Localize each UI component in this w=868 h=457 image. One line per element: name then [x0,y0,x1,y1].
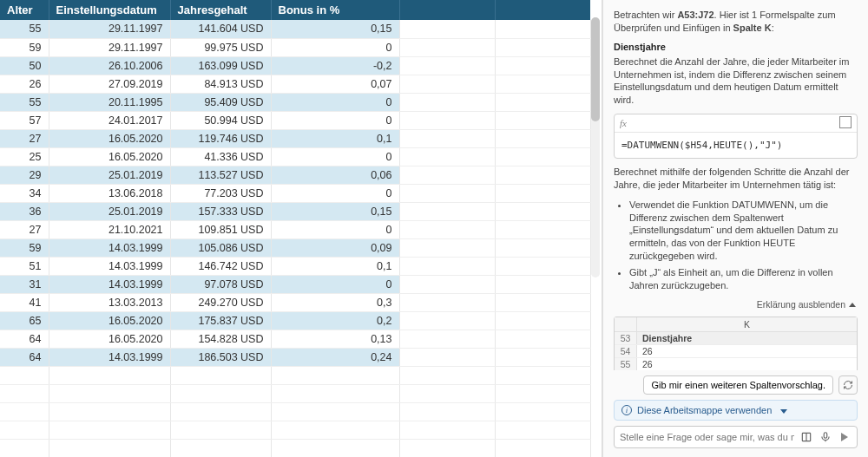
empty-cell[interactable] [399,421,495,439]
empty-cell[interactable] [495,238,590,257]
cell-bonus[interactable]: 0,1 [271,257,399,275]
cell-bonus[interactable]: 0,15 [271,20,399,38]
empty-cell[interactable] [271,366,399,384]
cell-age[interactable]: 65 [0,311,49,330]
table-row[interactable]: 6414.03.1999186.503 USD0,24 [0,348,590,366]
empty-cell[interactable] [271,421,399,439]
empty-cell[interactable] [271,439,399,457]
preview-row[interactable]: 5526 [615,358,857,370]
empty-cell[interactable] [495,220,590,238]
table-row[interactable] [0,384,590,402]
table-row[interactable] [0,402,590,421]
table-row[interactable]: 3625.01.2019157.333 USD0,15 [0,202,590,220]
empty-cell[interactable] [399,38,495,56]
cell-date[interactable]: 16.05.2020 [49,129,170,147]
empty-cell[interactable] [495,202,590,220]
cell-age[interactable]: 59 [0,238,49,257]
empty-cell[interactable] [495,311,590,330]
empty-cell[interactable] [495,166,590,184]
cell-date[interactable]: 13.03.2013 [49,293,170,311]
empty-cell[interactable] [399,330,495,348]
send-icon[interactable] [838,430,852,444]
table-row[interactable]: 2721.10.2021109.851 USD0 [0,220,590,238]
table-row[interactable]: 4113.03.2013249.270 USD0,3 [0,293,590,311]
cell-date[interactable]: 26.10.2006 [49,56,170,75]
empty-cell[interactable] [495,439,590,457]
empty-cell[interactable] [495,111,590,129]
table-row[interactable]: 3413.06.201877.203 USD0 [0,184,590,202]
cell-salary[interactable]: 163.099 USD [170,56,271,75]
empty-cell[interactable] [399,275,495,293]
table-row[interactable]: 5914.03.1999105.086 USD0,09 [0,238,590,257]
cell-bonus[interactable]: 0,13 [271,330,399,348]
preview-col-header[interactable]: K [637,317,857,331]
empty-cell[interactable] [399,75,495,93]
cell-salary[interactable]: 41.336 USD [170,147,271,166]
collapse-explanation[interactable]: Erklärung ausblenden [614,296,858,313]
empty-cell[interactable] [399,184,495,202]
cell-bonus[interactable]: 0 [271,147,399,166]
empty-cell[interactable] [0,439,49,457]
table-row[interactable]: 5724.01.201750.994 USD0 [0,111,590,129]
cell-salary[interactable]: 109.851 USD [170,220,271,238]
empty-cell[interactable] [495,56,590,75]
cell-age[interactable]: 31 [0,275,49,293]
empty-cell[interactable] [170,421,271,439]
cell-salary[interactable]: 113.527 USD [170,166,271,184]
table-row[interactable]: 5520.11.199595.409 USD0 [0,93,590,111]
empty-cell[interactable] [170,366,271,384]
table-row[interactable]: 5929.11.199799.975 USD0 [0,38,590,56]
table-row[interactable]: 3114.03.199997.078 USD0 [0,275,590,293]
cell-date[interactable]: 14.03.1999 [49,275,170,293]
cell-age[interactable]: 27 [0,129,49,147]
cell-date[interactable]: 29.11.1997 [49,20,170,38]
cell-age[interactable]: 59 [0,38,49,56]
cell-date[interactable]: 16.05.2020 [49,311,170,330]
cell-date[interactable]: 20.11.1995 [49,93,170,111]
empty-cell[interactable] [495,421,590,439]
header-salary[interactable]: Jahresgehalt [170,0,271,20]
empty-cell[interactable] [495,257,590,275]
cell-age[interactable]: 64 [0,330,49,348]
preview-cell[interactable]: Dienstjahre [637,332,857,344]
empty-cell[interactable] [495,38,590,56]
cell-date[interactable]: 16.05.2020 [49,147,170,166]
empty-cell[interactable] [399,111,495,129]
cell-age[interactable]: 26 [0,75,49,93]
cell-date[interactable]: 14.03.1999 [49,238,170,257]
cell-salary[interactable]: 99.975 USD [170,38,271,56]
empty-cell[interactable] [49,439,170,457]
empty-cell[interactable] [495,147,590,166]
empty-cell[interactable] [399,129,495,147]
empty-cell[interactable] [399,93,495,111]
scrollbar-thumb[interactable] [591,17,600,121]
cell-salary[interactable]: 146.742 USD [170,257,271,275]
empty-cell[interactable] [399,238,495,257]
empty-cell[interactable] [271,384,399,402]
empty-cell[interactable] [170,439,271,457]
empty-cell[interactable] [495,93,590,111]
empty-cell[interactable] [49,366,170,384]
cell-date[interactable]: 29.11.1997 [49,38,170,56]
empty-cell[interactable] [495,348,590,366]
formula-text[interactable]: =DATUMWENN($H54,HEUTE(),"J") [615,133,857,158]
cell-salary[interactable]: 186.503 USD [170,348,271,366]
suggestion-chip[interactable]: Gib mir einen weiteren Spaltenvorschlag. [643,375,833,395]
table-row[interactable]: 6516.05.2020175.837 USD0,2 [0,311,590,330]
cell-bonus[interactable]: 0 [271,111,399,129]
table-row[interactable] [0,439,590,457]
empty-cell[interactable] [0,402,49,421]
empty-cell[interactable] [495,330,590,348]
cell-salary[interactable]: 175.837 USD [170,311,271,330]
header-date[interactable]: Einstellungsdatum [49,0,170,20]
empty-cell[interactable] [49,402,170,421]
cell-bonus[interactable]: 0,1 [271,129,399,147]
cell-age[interactable]: 50 [0,56,49,75]
cell-date[interactable]: 25.01.2019 [49,166,170,184]
empty-cell[interactable] [399,293,495,311]
header-age[interactable]: Alter [0,0,49,20]
empty-cell[interactable] [170,402,271,421]
cell-bonus[interactable]: 0 [271,275,399,293]
cell-salary[interactable]: 249.270 USD [170,293,271,311]
preview-cell[interactable]: 26 [637,358,857,370]
